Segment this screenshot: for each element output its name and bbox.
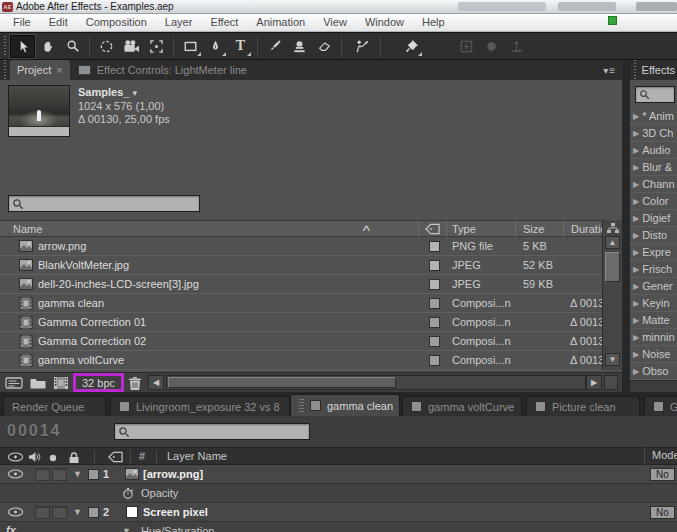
scrollbar-thumb[interactable]: [605, 252, 620, 282]
effects-search-input[interactable]: [650, 88, 671, 102]
row-label-color[interactable]: [429, 279, 440, 290]
layer-label-color[interactable]: [88, 507, 99, 518]
timeline-search-input[interactable]: [130, 425, 306, 439]
column-separator[interactable]: [515, 221, 516, 238]
tab-effects[interactable]: Effects: [640, 60, 677, 80]
effects-category[interactable]: ▶3D Ch: [630, 125, 677, 142]
switch-cell[interactable]: [35, 506, 50, 519]
chevron-right-icon[interactable]: ▶: [633, 180, 639, 189]
scroll-right-icon[interactable]: ▶: [586, 375, 602, 390]
project-horizontal-scrollbar[interactable]: [166, 375, 586, 390]
project-search[interactable]: [8, 195, 200, 212]
timeline-search[interactable]: [114, 423, 310, 440]
chevron-right-icon[interactable]: ▶: [633, 146, 639, 155]
video-eye-icon[interactable]: [7, 452, 24, 462]
panel-grip[interactable]: [632, 60, 638, 80]
menu-view[interactable]: View: [314, 14, 356, 31]
chevron-down-icon[interactable]: ▾: [132, 88, 137, 98]
effects-category[interactable]: ▶Blur &: [630, 159, 677, 176]
tab-render-queue[interactable]: Render Queue: [3, 396, 106, 416]
blend-mode-dropdown[interactable]: No: [650, 506, 675, 519]
column-size[interactable]: Size: [523, 222, 544, 237]
column-type[interactable]: Type: [452, 222, 476, 237]
table-row-blankvoltmeter[interactable]: BlankVoltMeter.jpg JPEG 52 KB: [0, 256, 602, 275]
scroll-left-icon[interactable]: ◀: [148, 375, 164, 390]
menu-animation[interactable]: Animation: [247, 14, 314, 31]
clone-stamp-tool-icon[interactable]: [287, 35, 312, 58]
layer-name[interactable]: Screen pixel: [143, 506, 208, 518]
chevron-right-icon[interactable]: ▶: [633, 282, 639, 291]
title-bar[interactable]: AE Adobe After Effects - Examples.aep: [0, 0, 677, 14]
menu-window[interactable]: Window: [356, 14, 413, 31]
layer-row-screen-pixel[interactable]: ▼ 2 Screen pixel No: [0, 503, 677, 522]
chevron-right-icon[interactable]: ▶: [633, 316, 639, 325]
pan-behind-tool-icon[interactable]: [144, 35, 169, 58]
effects-category[interactable]: ▶Keyin: [630, 295, 677, 312]
effects-category[interactable]: ▶Expre: [630, 244, 677, 261]
layer-label-color[interactable]: [88, 469, 99, 480]
video-eye-icon[interactable]: [7, 469, 24, 479]
menu-effect[interactable]: Effect: [201, 14, 247, 31]
chevron-right-icon[interactable]: ▶: [633, 350, 639, 359]
effects-category[interactable]: ▶Disto: [630, 227, 677, 244]
menu-help[interactable]: Help: [413, 14, 454, 31]
column-separator[interactable]: [446, 221, 447, 238]
rotation-tool-icon[interactable]: [94, 35, 119, 58]
effects-category[interactable]: ▶* Anim: [630, 108, 677, 125]
brush-tool-icon[interactable]: [262, 35, 287, 58]
stopwatch-icon[interactable]: [122, 487, 134, 500]
column-index[interactable]: #: [139, 450, 145, 462]
menu-file[interactable]: File: [4, 14, 40, 31]
menu-composition[interactable]: Composition: [77, 14, 156, 31]
current-time-display[interactable]: 00014: [7, 422, 62, 440]
solo-icon[interactable]: [49, 454, 57, 462]
switch-cell[interactable]: [52, 468, 67, 481]
effects-category[interactable]: ▶Color: [630, 193, 677, 210]
twirl-down-icon[interactable]: ▼: [73, 469, 82, 479]
rectangle-tool-icon[interactable]: [178, 35, 203, 58]
effects-category[interactable]: ▶minnin: [630, 329, 677, 346]
pen-tool-icon[interactable]: [203, 35, 228, 58]
flowchart-icon[interactable]: [606, 222, 620, 234]
row-label-color[interactable]: [429, 336, 440, 347]
new-composition-icon[interactable]: [53, 376, 69, 390]
label-column-icon[interactable]: [108, 451, 123, 463]
zoom-tool-icon[interactable]: [60, 35, 85, 58]
column-layer-name[interactable]: Layer Name: [167, 450, 227, 462]
project-search-input[interactable]: [24, 197, 196, 211]
hand-tool-icon[interactable]: [35, 35, 60, 58]
effects-search[interactable]: [635, 86, 675, 103]
selection-tool-icon[interactable]: [10, 35, 35, 58]
tab-livingroom-exposure[interactable]: Livingroom_exposure 32 vs 8: [110, 396, 290, 416]
chevron-right-icon[interactable]: ▶: [633, 248, 639, 257]
row-label-color[interactable]: [429, 355, 440, 366]
chevron-right-icon[interactable]: ▶: [633, 367, 639, 376]
menu-edit[interactable]: Edit: [40, 14, 77, 31]
effects-category[interactable]: ▶Frisch: [630, 261, 677, 278]
tab-project[interactable]: Project ×: [10, 60, 70, 80]
chevron-right-icon[interactable]: ▶: [633, 265, 639, 274]
row-label-color[interactable]: [429, 241, 440, 252]
chevron-right-icon[interactable]: ▶: [633, 214, 639, 223]
effect-name[interactable]: Hue/Saturation: [141, 525, 214, 532]
project-vertical-scrollbar[interactable]: ▲ ▼: [602, 220, 622, 370]
table-row-gamma-correction-02[interactable]: Gamma Correction 02 Composi...n Δ 00130: [0, 332, 602, 351]
footage-preview-thumbnail[interactable]: [8, 85, 70, 137]
column-separator[interactable]: [418, 221, 419, 238]
table-row-gamma-clean[interactable]: gamma clean Composi...n Δ 00130: [0, 294, 602, 313]
effects-category[interactable]: ▶Matte: [630, 312, 677, 329]
video-eye-icon[interactable]: [7, 507, 24, 517]
type-tool-icon[interactable]: T: [228, 35, 253, 58]
chevron-right-icon[interactable]: ▶: [633, 333, 639, 342]
close-icon[interactable]: ×: [56, 64, 62, 76]
panel-grip[interactable]: [2, 60, 8, 80]
puppet-pin-tool-icon[interactable]: [399, 35, 424, 58]
switch-cell[interactable]: [35, 468, 50, 481]
blend-mode-dropdown[interactable]: No: [650, 468, 675, 481]
interpret-footage-icon[interactable]: [5, 376, 23, 390]
effects-category[interactable]: ▶Obso: [630, 363, 677, 380]
panel-grip[interactable]: [2, 36, 8, 56]
label-column-icon[interactable]: [425, 223, 440, 235]
effects-category[interactable]: ▶Chann: [630, 176, 677, 193]
twirl-down-icon[interactable]: ▼: [122, 526, 131, 532]
